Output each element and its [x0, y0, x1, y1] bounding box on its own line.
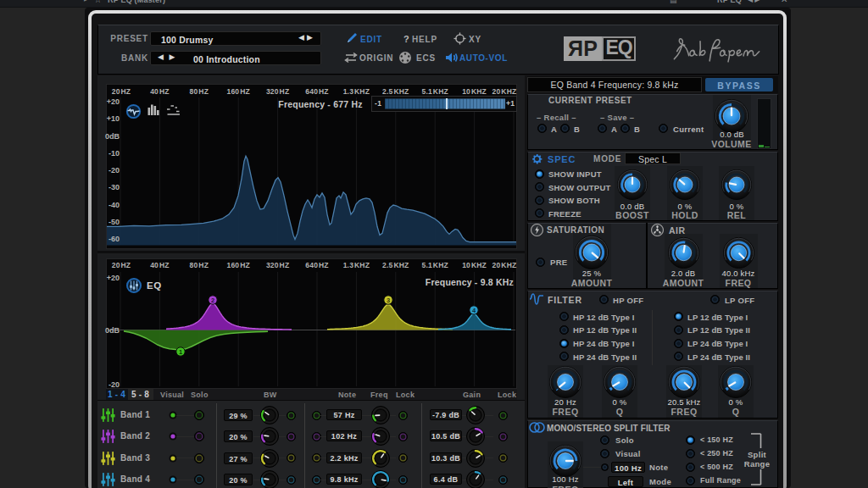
svg-text:3: 3 — [387, 297, 390, 304]
svg-text:2: 2 — [211, 297, 214, 304]
svg-text:1: 1 — [179, 348, 182, 356]
